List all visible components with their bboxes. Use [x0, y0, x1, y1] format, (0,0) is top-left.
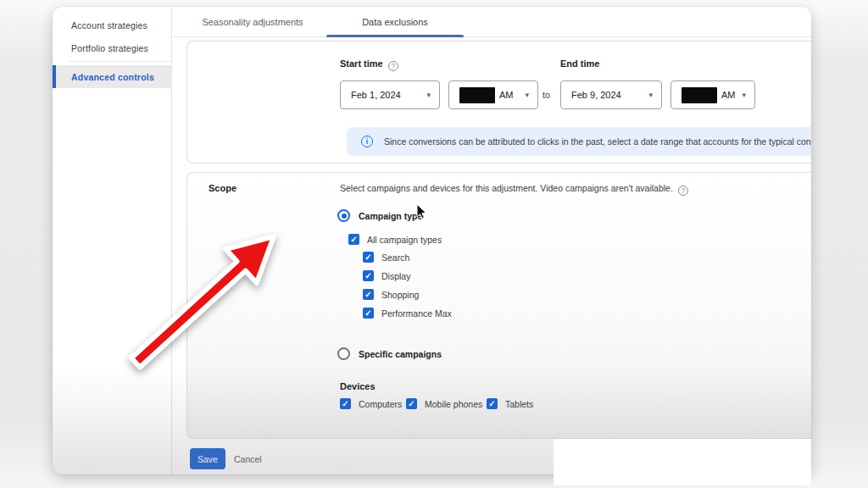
scope-description: Select campaigns and devices for this ad… — [340, 183, 688, 196]
checkbox-checked-icon: ✓ — [487, 398, 498, 409]
chevron-down-icon: ▾ — [742, 91, 746, 99]
tab-label: Seasonality adjustments — [202, 17, 303, 27]
devices-label: Devices — [340, 381, 376, 391]
chevron-down-icon: ▾ — [426, 91, 431, 99]
checkbox-performance-max[interactable]: ✓ Performance Max — [363, 308, 452, 319]
end-time-select[interactable]: AM ▾ — [670, 80, 755, 109]
sidebar-item-label: Account strategies — [71, 20, 147, 30]
help-icon[interactable]: ? — [388, 61, 398, 71]
scope-label: Scope — [209, 183, 236, 193]
info-banner-text: Since conversions can be attributed to c… — [384, 136, 811, 147]
tab-bar: Seasonality adjustments Data exclusions — [173, 7, 811, 37]
sidebar-item-portfolio-strategies[interactable]: Portfolio strategies — [53, 37, 172, 59]
chevron-down-icon: ▾ — [525, 91, 529, 99]
checkbox-checked-icon: ✓ — [340, 398, 351, 409]
checkbox-checked-icon: ✓ — [348, 234, 359, 245]
start-time-label: Start time? — [340, 58, 398, 71]
sidebar-item-account-strategies[interactable]: Account strategies — [53, 14, 172, 36]
radio-label: Campaign type — [359, 211, 422, 221]
radio-selected-icon — [337, 209, 350, 222]
redaction-overlay — [554, 439, 811, 485]
end-time-label: End time — [560, 58, 599, 69]
start-time-select[interactable]: AM ▾ — [448, 80, 538, 109]
radio-unselected-icon — [337, 347, 350, 360]
checkbox-search[interactable]: ✓ Search — [363, 252, 409, 263]
page: { "glyphs": { "caret": "▾", "check": "✓"… — [0, 0, 868, 488]
radio-campaign-type[interactable]: Campaign type — [337, 209, 422, 222]
checkbox-label: Performance Max — [381, 308, 452, 319]
settings-window: Account strategies Portfolio strategies … — [53, 7, 811, 474]
tab-label: Data exclusions — [362, 17, 428, 27]
checkbox-checked-icon: ✓ — [363, 289, 374, 300]
sidebar-divider — [68, 61, 172, 62]
active-tab-underline — [326, 35, 464, 37]
info-banner: i Since conversions can be attributed to… — [347, 127, 811, 156]
checkbox-checked-icon: ✓ — [363, 270, 374, 281]
sidebar-item-label: Portfolio strategies — [71, 43, 148, 53]
checkbox-tablets[interactable]: ✓ Tablets — [487, 398, 533, 409]
checkbox-label: Mobile phones — [425, 399, 482, 409]
checkbox-shopping[interactable]: ✓ Shopping — [363, 289, 419, 300]
checkbox-mobile-phones[interactable]: ✓ Mobile phones — [406, 398, 482, 409]
start-date-value: Feb 1, 2024 — [351, 90, 421, 100]
checkbox-checked-icon: ✓ — [363, 252, 374, 263]
chevron-down-icon: ▾ — [648, 91, 653, 99]
redacted-time-box — [682, 87, 717, 103]
tab-seasonality-adjustments[interactable]: Seasonality adjustments — [180, 7, 326, 36]
help-icon[interactable]: ? — [678, 186, 688, 196]
sidebar-item-advanced-controls[interactable]: Advanced controls — [53, 65, 172, 88]
sidebar: Account strategies Portfolio strategies … — [53, 7, 172, 474]
checkbox-label: Computers — [359, 399, 402, 409]
to-label: to — [542, 90, 550, 100]
checkbox-label: Display — [381, 271, 410, 281]
checkbox-label: Shopping — [381, 290, 419, 300]
radio-specific-campaigns[interactable]: Specific campaigns — [337, 347, 442, 360]
sidebar-item-label: Advanced controls — [71, 72, 154, 82]
start-meridiem: AM — [499, 90, 520, 100]
date-range-panel: Start time? End time Feb 1, 2024 ▾ AM ▾ … — [186, 41, 811, 164]
checkbox-label: Search — [381, 252, 409, 263]
end-meridiem: AM — [721, 90, 737, 100]
checkbox-computers[interactable]: ✓ Computers — [340, 398, 402, 409]
scope-panel: Scope Select campaigns and devices for t… — [186, 172, 811, 439]
radio-label: Specific campaigns — [359, 349, 442, 359]
checkbox-checked-icon: ✓ — [363, 308, 374, 319]
info-icon: i — [361, 136, 373, 147]
redacted-time-box — [459, 87, 495, 103]
checkbox-display[interactable]: ✓ Display — [363, 270, 410, 281]
checkbox-all-campaign-types[interactable]: ✓ All campaign types — [348, 234, 442, 245]
end-date-value: Feb 9, 2024 — [571, 90, 643, 100]
checkbox-checked-icon: ✓ — [406, 398, 417, 409]
end-date-select[interactable]: Feb 9, 2024 ▾ — [560, 80, 662, 109]
start-date-select[interactable]: Feb 1, 2024 ▾ — [340, 80, 440, 109]
tab-data-exclusions[interactable]: Data exclusions — [326, 7, 464, 36]
save-button[interactable]: Save — [190, 448, 225, 469]
checkbox-label: All campaign types — [367, 235, 442, 245]
cancel-button[interactable]: Cancel — [234, 448, 262, 469]
checkbox-label: Tablets — [505, 399, 533, 409]
